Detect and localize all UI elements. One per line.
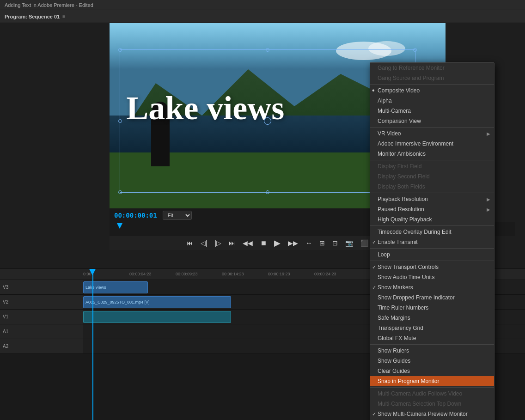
svg-point-7 — [368, 41, 405, 56]
menu-item-composite-video[interactable]: •Composite Video — [370, 85, 494, 96]
check-show-transport: ✓ — [372, 264, 376, 270]
menu-item-show-audio-time[interactable]: Show Audio Time Units — [370, 272, 494, 282]
menu-item-snap-in-program[interactable]: Snap in Program Monitor — [370, 376, 494, 386]
label-adobe-immersive: Adobe Immersive Environment — [378, 140, 453, 147]
menu-item-paused-res[interactable]: Paused Resolution▶ — [370, 204, 494, 214]
label-display-second: Display Second Field — [378, 173, 430, 180]
transport-stop[interactable]: ⏹ — [258, 238, 269, 248]
track-label-a2: A2 — [3, 344, 8, 349]
timecode-display: 00:00:00:01 — [114, 212, 157, 219]
menu-item-adobe-immersive[interactable]: Adobe Immersive Environment — [370, 139, 494, 149]
track-label-a1: A1 — [3, 329, 8, 334]
label-show-rulers: Show Rulers — [378, 347, 409, 354]
transport-insert[interactable]: ⊞ — [317, 238, 327, 248]
title-bar-text: Adding Text in Adobe Premiere - Edited — [5, 2, 93, 8]
menu-item-show-dropped[interactable]: Show Dropped Frame Indicator — [370, 292, 494, 303]
menu-item-safe-margins[interactable]: Safe Margins — [370, 313, 494, 323]
label-gang-source: Gang Source and Program — [378, 75, 444, 81]
menu-divider-divider2 — [370, 127, 494, 128]
transport-prev-edit[interactable]: ◁| — [199, 238, 209, 248]
menu-item-alpha[interactable]: Alpha — [370, 96, 494, 106]
clip-v1[interactable] — [83, 311, 231, 323]
tick-3: 00:00:14:23 — [222, 272, 244, 276]
menu-item-multi-cam-sel: Multi-Camera Selection Top Down — [370, 399, 494, 409]
menu-item-enable-transmit[interactable]: ✓Enable Transmit — [370, 237, 494, 247]
menu-divider-divider4 — [370, 193, 494, 193]
panel-menu-icon[interactable]: ≡ — [62, 14, 65, 19]
menu-item-time-ruler[interactable]: Time Ruler Numbers — [370, 303, 494, 313]
menu-item-high-quality[interactable]: High Quality Playback — [370, 214, 494, 225]
track-header-v1: V1 — [0, 310, 83, 324]
menu-item-show-markers[interactable]: ✓Show Markers — [370, 282, 494, 292]
menu-item-loop[interactable]: Loop — [370, 250, 494, 260]
transport-export[interactable]: ⬛ — [359, 238, 370, 248]
menu-divider-divider3 — [370, 160, 494, 160]
label-multi-cam-audio: Multi-Camera Audio Follows Video — [378, 390, 462, 397]
check-show-markers: ✓ — [372, 285, 376, 291]
check-enable-transmit: ✓ — [372, 239, 376, 245]
menu-item-show-rulers[interactable]: Show Rulers — [370, 346, 494, 356]
transport-go-start[interactable]: ⏮ — [185, 238, 195, 248]
transport-overwrite[interactable]: ⊡ — [330, 238, 340, 248]
label-show-guides: Show Guides — [378, 358, 410, 364]
menu-divider-divider9 — [370, 387, 494, 388]
track-header-a1: A1 — [0, 324, 83, 339]
transport-loop[interactable]: ↔ — [304, 238, 314, 248]
menu-item-playback-res[interactable]: Playback Resolution▶ — [370, 194, 494, 204]
transport-camera[interactable]: 📷 — [343, 238, 355, 248]
track-label-v2: V2 — [3, 299, 8, 304]
menu-item-multi-camera[interactable]: Multi-Camera — [370, 106, 494, 116]
menu-item-comparison-view[interactable]: Comparison View — [370, 116, 494, 126]
menu-divider-divider1 — [370, 84, 494, 85]
label-show-multi-cam: Show Multi-Camera Preview Monitor — [378, 411, 468, 417]
label-show-transport: Show Transport Controls — [378, 264, 439, 270]
label-clear-guides: Clear Guides — [378, 368, 410, 374]
label-composite-video: Composite Video — [378, 87, 420, 94]
label-transparency-grid: Transparency Grid — [378, 325, 423, 331]
menu-item-show-guides[interactable]: Show Guides — [370, 356, 494, 366]
menu-item-gang-ref: Gang to Reference Monitor — [370, 63, 494, 73]
tick-2: 00:00:09:23 — [176, 272, 198, 276]
label-snap-in-program: Snap in Program Monitor — [378, 378, 439, 384]
menu-item-timecode-overlay[interactable]: Timecode Overlay During Edit — [370, 227, 494, 237]
tick-4: 00:00:19:23 — [268, 272, 290, 276]
transport-step-fwd[interactable]: ▶▶ — [286, 238, 300, 248]
panel-title: Program: Sequence 01 — [5, 14, 60, 19]
label-playback-res: Playback Resolution — [378, 196, 428, 202]
transport-step-back[interactable]: ◀◀ — [241, 238, 255, 248]
menu-item-clear-guides[interactable]: Clear Guides — [370, 366, 494, 376]
check-show-multi-cam: ✓ — [372, 411, 376, 417]
menu-divider-divider5 — [370, 225, 494, 226]
transport-next-edit[interactable]: |▷ — [213, 238, 224, 248]
transport-play[interactable]: ▶ — [272, 237, 282, 249]
menu-item-global-fx[interactable]: Global FX Mute — [370, 333, 494, 343]
label-high-quality: High Quality Playback — [378, 216, 432, 223]
submenu-arrow-playback-res: ▶ — [487, 197, 490, 202]
menu-item-display-second: Display Second Field — [370, 171, 494, 182]
menu-item-show-multi-cam[interactable]: ✓Show Multi-Camera Preview Monitor — [370, 409, 494, 419]
title-bar: Adding Text in Adobe Premiere - Edited — [0, 0, 525, 10]
clip-a005-label: A005_C029_0925TO_001.mp4 [V] — [85, 300, 149, 304]
transport-go-end[interactable]: ⏭ — [227, 238, 237, 248]
track-header-a2: A2 — [0, 339, 83, 353]
menu-item-monitor-ambisonics[interactable]: Monitor Ambisonics — [370, 149, 494, 159]
menu-item-transparency-grid[interactable]: Transparency Grid — [370, 323, 494, 333]
menu-item-show-transport[interactable]: ✓Show Transport Controls — [370, 262, 494, 272]
track-label-v1: V1 — [3, 314, 8, 319]
track-header-v2: V2 — [0, 295, 83, 309]
menu-item-vr-video[interactable]: VR Video▶ — [370, 128, 494, 139]
label-time-ruler: Time Ruler Numbers — [378, 304, 428, 311]
label-comparison-view: Comparison View — [378, 118, 421, 124]
tick-0: 0:00 — [83, 272, 92, 276]
fit-dropdown[interactable]: Fit 25% 50% 75% 100% — [163, 211, 192, 220]
label-timecode-overlay: Timecode Overlay During Edit — [378, 229, 452, 235]
clip-a005[interactable]: A005_C029_0925TO_001.mp4 [V] — [83, 296, 231, 308]
clip-lake-views[interactable]: Lake views — [83, 281, 148, 293]
menu-item-display-both: Display Both Fields — [370, 182, 494, 192]
track-header-v3: V3 — [0, 280, 83, 294]
menu-divider-divider8 — [370, 344, 494, 345]
label-show-audio-time: Show Audio Time Units — [378, 274, 434, 280]
menu-item-display-first: Display First Field — [370, 161, 494, 171]
tick-5: 00:00:24:23 — [314, 272, 336, 276]
submenu-arrow-paused-res: ▶ — [487, 207, 490, 212]
